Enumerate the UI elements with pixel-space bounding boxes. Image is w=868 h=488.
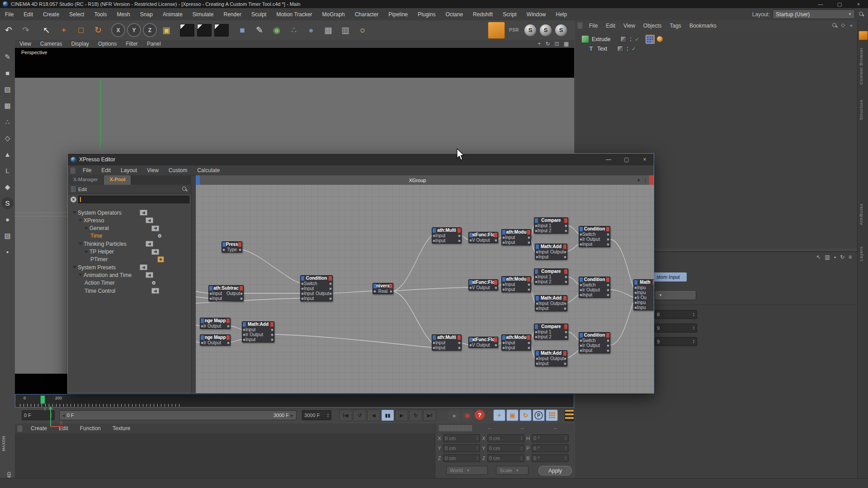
- node-port-row[interactable]: Input: [502, 345, 531, 350]
- visibility-dots-icon[interactable]: [630, 37, 632, 42]
- node-modulo-c[interactable]: ath:ModuInputOutputInput: [501, 334, 531, 351]
- menu-octane[interactable]: Octane: [440, 11, 468, 18]
- node-port-row[interactable]: InputOutput: [432, 340, 461, 345]
- add-cube-icon[interactable]: ■: [234, 22, 250, 38]
- node-wire[interactable]: [567, 332, 579, 340]
- frame-range-slider[interactable]: ◀ 0 F 3000 F ▶: [59, 410, 297, 420]
- stepper-icon[interactable]: ▲▼: [565, 436, 567, 441]
- add-layer-icon[interactable]: ◇: [841, 22, 845, 29]
- mograph-icon[interactable]: ◉: [269, 22, 285, 38]
- attribute-value-field-2[interactable]: 9▲▼: [655, 337, 697, 346]
- viewport-menu-panel[interactable]: Panel: [142, 41, 165, 47]
- node-port-row[interactable]: Ii Ou: [634, 295, 654, 300]
- prev-key-button[interactable]: ↺: [353, 409, 366, 421]
- viewport-menu-view[interactable]: View: [15, 41, 36, 47]
- enabled-check-icon[interactable]: ✓: [635, 36, 639, 42]
- coordinate-field[interactable]: 0 °▲▼: [532, 434, 569, 442]
- scale-tool-icon[interactable]: □: [73, 22, 89, 38]
- node-port-row[interactable]: Ir Output: [200, 324, 230, 328]
- workplane-icon[interactable]: ▦: [1, 99, 14, 112]
- node-wire[interactable]: [461, 343, 468, 345]
- node-port-row[interactable]: Input: [579, 242, 610, 247]
- node-port-row[interactable]: V Output: [469, 238, 498, 243]
- object-row-text[interactable]: TText✓: [575, 44, 857, 53]
- menu-help[interactable]: Help: [551, 11, 572, 18]
- node-port-row[interactable]: Inpu: [634, 285, 654, 290]
- stepper-icon[interactable]: ▲▼: [691, 312, 695, 317]
- redo-icon[interactable]: ↷: [18, 22, 34, 38]
- filter-icon[interactable]: ▥: [825, 254, 830, 260]
- layer-color-chip[interactable]: [620, 36, 627, 42]
- stepper-icon[interactable]: ▲▼: [565, 446, 567, 450]
- node-condition-c[interactable]: ConditionSwitchIr OutputInput: [579, 332, 610, 353]
- node-port-row[interactable]: Switch: [301, 281, 332, 286]
- node-wire[interactable]: [392, 287, 468, 291]
- node-condition-b[interactable]: ConditionSwitchIr OutputInput: [579, 277, 610, 298]
- rotate-tool-icon[interactable]: ↻: [90, 22, 106, 38]
- node-port-row[interactable]: Input: [242, 337, 274, 342]
- attribute-dropdown[interactable]: ▼: [655, 290, 696, 300]
- play-pause-button[interactable]: ▮▮: [381, 409, 394, 421]
- apply-button[interactable]: Apply: [538, 466, 572, 475]
- node-wire[interactable]: [566, 244, 579, 252]
- stepper-icon[interactable]: ▲▼: [691, 326, 695, 330]
- node-wire[interactable]: [392, 235, 432, 291]
- node-floatfunc-c[interactable]: atFunc:FloV Output: [468, 337, 498, 348]
- node-graph-canvas[interactable]: PressTypeath:SubtracInputOutputInputCond…: [196, 185, 654, 393]
- om-menu-bookmarks[interactable]: Bookmarks: [685, 23, 721, 29]
- rotate-view-icon[interactable]: ↻: [546, 41, 550, 47]
- node-wire[interactable]: [609, 290, 633, 297]
- node-port-row[interactable]: InputOutput: [535, 301, 567, 306]
- texture-mode-icon[interactable]: ▨: [1, 83, 14, 95]
- xpresso-menu-calculate[interactable]: Calculate: [192, 167, 225, 174]
- stepper-icon[interactable]: ▲▼: [520, 446, 523, 450]
- clear-search-icon[interactable]: ×: [71, 197, 76, 202]
- goto-end-button[interactable]: ▶I: [423, 409, 436, 421]
- key-position-toggle[interactable]: +: [493, 409, 505, 421]
- expander-icon[interactable]: [73, 266, 76, 268]
- menu-select[interactable]: Select: [64, 11, 89, 18]
- menu-edit[interactable]: Edit: [19, 11, 38, 18]
- node-wire[interactable]: [566, 350, 579, 358]
- viewport-menu-cameras[interactable]: Cameras: [36, 41, 67, 47]
- axis-z-button[interactable]: Z: [143, 23, 157, 37]
- tab-x-manager[interactable]: X-Manager: [68, 175, 103, 185]
- node-condition-main[interactable]: ConditionSwitchInputInputOutputInput: [300, 275, 333, 301]
- object-name[interactable]: Text: [597, 46, 607, 52]
- viewport-menu-display[interactable]: Display: [66, 41, 93, 47]
- node-port-row[interactable]: Real: [373, 289, 393, 294]
- menu-character[interactable]: Character: [350, 11, 384, 18]
- node-port-row[interactable]: V Output: [469, 285, 498, 290]
- maximize-button[interactable]: ▢: [830, 0, 849, 8]
- xpresso-titlebar[interactable]: XPresso Editor —▢×: [68, 154, 654, 165]
- autokey-help-button[interactable]: ?: [475, 410, 485, 420]
- node-wire[interactable]: [196, 297, 208, 298]
- tree-item-ptimer[interactable]: PTimer✚: [90, 256, 108, 263]
- search-icon[interactable]: [182, 186, 188, 192]
- node-add-b[interactable]: Math:AddInputOutputInput: [535, 295, 567, 311]
- node-port-row[interactable]: Input: [209, 296, 243, 301]
- tree-item-animation-and-time[interactable]: Animation and Time◂▮: [79, 271, 132, 279]
- stepper-icon[interactable]: ▲▼: [476, 456, 478, 460]
- xpresso-menu-view[interactable]: View: [142, 167, 164, 174]
- node-press[interactable]: PressType: [222, 241, 242, 253]
- sound-icon[interactable]: S: [540, 24, 552, 36]
- lock-icon[interactable]: ▪: [834, 254, 836, 260]
- prev-frame-button[interactable]: ◀: [367, 409, 380, 421]
- node-port-row[interactable]: Input: [502, 240, 531, 245]
- node-port-row[interactable]: Input: [301, 286, 332, 291]
- volume-icon[interactable]: ●: [303, 22, 319, 38]
- node-port-row[interactable]: Input: [432, 238, 461, 243]
- pencil-mode-icon[interactable]: ✎: [1, 51, 14, 63]
- search-icon[interactable]: [832, 23, 838, 28]
- node-modulo-b[interactable]: ath:ModuInputOutputInput: [501, 276, 531, 292]
- node-port-row[interactable]: Inpu: [634, 300, 654, 305]
- tree-item-xpresso[interactable]: XPresso◂▮: [79, 216, 104, 224]
- octane-icon[interactable]: S: [555, 24, 567, 36]
- sky-icon[interactable]: S: [524, 24, 536, 36]
- coordinate-field[interactable]: 0 cm▲▼: [487, 434, 524, 442]
- xpresso-tag-icon[interactable]: [646, 35, 655, 44]
- polygons-mode-icon[interactable]: ▲: [1, 148, 14, 160]
- camera-icon[interactable]: ▥: [337, 22, 354, 38]
- stepper-icon[interactable]: ▲▼: [520, 436, 523, 441]
